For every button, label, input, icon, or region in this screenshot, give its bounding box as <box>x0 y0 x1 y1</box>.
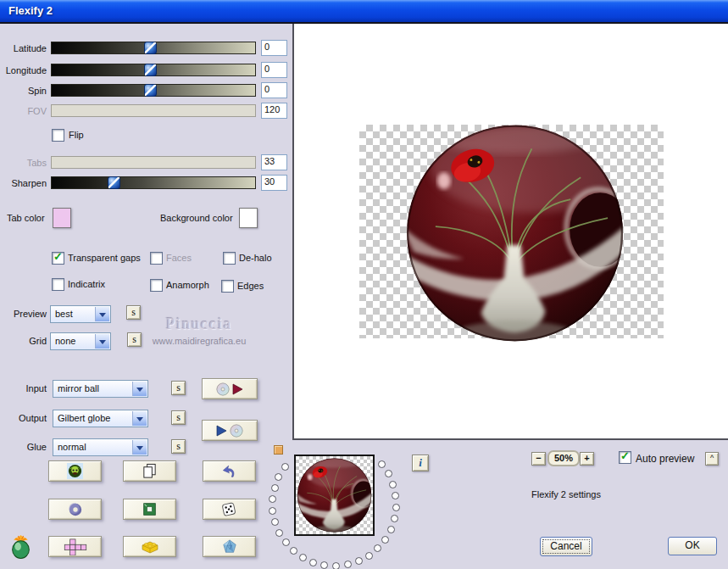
torus-icon <box>68 502 83 517</box>
cube-net-button[interactable] <box>48 536 102 557</box>
preset-dot[interactable] <box>281 463 289 471</box>
chevron-down-icon[interactable] <box>132 382 147 396</box>
info-button[interactable]: i <box>412 455 429 471</box>
indicatrix-label: Indicatrix <box>68 279 105 289</box>
preset-dot[interactable] <box>365 552 373 560</box>
chevron-down-icon[interactable] <box>95 307 109 321</box>
preset-dot[interactable] <box>275 529 283 537</box>
input-s-button[interactable]: s <box>171 381 186 395</box>
sharpen-slider[interactable] <box>51 176 256 189</box>
glue-s-button[interactable]: s <box>171 439 186 454</box>
longitude-value-field[interactable]: 0 <box>261 62 287 78</box>
fov-value-field[interactable]: 120 <box>261 103 287 119</box>
check-icon: ✓ <box>620 449 630 462</box>
preset-dot[interactable] <box>392 492 399 499</box>
ok-button[interactable]: OK <box>668 537 717 555</box>
spin-slider-handle[interactable] <box>144 84 157 97</box>
grid-dropdown[interactable]: none <box>50 332 111 350</box>
anamorph-label: Anamorph <box>166 280 209 290</box>
preset-dot[interactable] <box>269 507 276 515</box>
edges-checkbox[interactable]: ✓ <box>221 280 234 293</box>
preview-panel[interactable] <box>292 24 728 440</box>
preset-dot[interactable] <box>344 561 352 568</box>
preset-dot[interactable] <box>309 559 317 566</box>
title-bar[interactable]: Flexify 2 <box>0 0 728 24</box>
green-frame-icon <box>142 502 157 516</box>
preset-dot[interactable] <box>391 515 398 522</box>
auto-preview-checkbox[interactable]: ✓ <box>619 451 631 464</box>
copy-settings-button[interactable] <box>123 460 176 482</box>
preset-dot[interactable] <box>269 495 276 503</box>
sharpen-value-field[interactable]: 30 <box>261 175 287 191</box>
preset-dot[interactable] <box>387 526 395 533</box>
preset-dot[interactable] <box>282 538 290 546</box>
fov-slider <box>51 104 256 117</box>
latitude-slider[interactable] <box>51 42 256 54</box>
sharpen-slider-handle[interactable] <box>108 176 120 189</box>
preview-label: Preview <box>0 309 47 319</box>
preset-dot[interactable] <box>299 554 307 561</box>
frame-mode-button[interactable] <box>123 499 176 520</box>
undo-button[interactable] <box>203 460 256 482</box>
preset-current-marker[interactable] <box>274 445 283 455</box>
flip-label: Flip <box>69 130 84 140</box>
output-s-button[interactable]: s <box>171 410 186 425</box>
chevron-down-icon[interactable] <box>95 334 109 349</box>
dehalo-label: De-halo <box>239 253 272 263</box>
randomize-button[interactable] <box>203 499 256 520</box>
zoom-level-display[interactable]: 50% <box>547 450 580 466</box>
preset-dot[interactable] <box>378 460 386 468</box>
red-play-icon <box>232 383 243 395</box>
preset-dot[interactable] <box>290 547 297 555</box>
preset-dot[interactable] <box>374 544 381 552</box>
cancel-button[interactable]: Cancel <box>540 537 592 556</box>
background-color-swatch[interactable] <box>239 208 258 228</box>
preset-dot[interactable] <box>392 504 400 511</box>
watermark-url: www.maidiregrafica.eu <box>136 336 263 346</box>
flip-checkbox[interactable]: ✓ <box>52 129 64 142</box>
output-dropdown[interactable]: Gilbert globe <box>53 410 148 427</box>
longitude-slider-handle[interactable] <box>144 64 157 76</box>
glue-dropdown[interactable]: normal <box>53 438 148 456</box>
chevron-down-icon[interactable] <box>132 440 147 455</box>
save-preset-button[interactable] <box>202 378 258 399</box>
preset-dot[interactable] <box>389 481 397 488</box>
anamorph-checkbox[interactable]: ✓ <box>150 279 163 292</box>
collapse-button[interactable]: ^ <box>705 452 719 466</box>
transparent-gaps-checkbox[interactable]: ✓ <box>52 252 64 265</box>
preset-dot[interactable] <box>275 473 282 481</box>
preset-dot[interactable] <box>271 518 279 526</box>
preset-thumbnail[interactable] <box>294 455 375 536</box>
about-face-button[interactable] <box>48 460 102 482</box>
dehalo-checkbox[interactable]: ✓ <box>223 252 236 265</box>
tabs-value-field[interactable]: 33 <box>261 154 287 170</box>
spin-label: Spin <box>0 86 47 96</box>
background-color-label: Background color <box>160 213 233 223</box>
spin-value-field[interactable]: 0 <box>261 82 287 98</box>
torus-mode-button[interactable] <box>48 499 102 520</box>
indicatrix-checkbox[interactable]: ✓ <box>52 278 64 291</box>
preset-dot[interactable] <box>385 470 392 477</box>
latitude-slider-handle[interactable] <box>144 42 157 54</box>
apply-preset-button[interactable] <box>202 420 258 441</box>
check-icon: ✓ <box>53 250 63 263</box>
preset-dot[interactable] <box>381 536 389 544</box>
watermark-name: Pinuccia <box>148 315 250 333</box>
preset-dot[interactable] <box>355 557 363 565</box>
polyhedron-icon <box>222 539 237 555</box>
preset-dot[interactable] <box>320 561 328 569</box>
preview-s-button[interactable]: s <box>126 305 141 320</box>
latitude-value-field[interactable]: 0 <box>261 40 287 56</box>
tab-color-swatch[interactable] <box>53 208 71 228</box>
spin-slider[interactable] <box>51 84 256 97</box>
input-dropdown[interactable]: mirror ball <box>53 380 148 398</box>
zoom-out-button[interactable]: − <box>531 452 546 466</box>
polyhedron-button[interactable] <box>203 536 256 557</box>
preset-dot[interactable] <box>332 562 340 569</box>
lego-mode-button[interactable] <box>123 536 176 557</box>
longitude-slider[interactable] <box>51 64 256 76</box>
zoom-in-button[interactable]: + <box>580 452 594 466</box>
preview-dropdown[interactable]: best <box>50 305 111 323</box>
preset-dot[interactable] <box>271 484 279 492</box>
chevron-down-icon[interactable] <box>132 411 147 426</box>
